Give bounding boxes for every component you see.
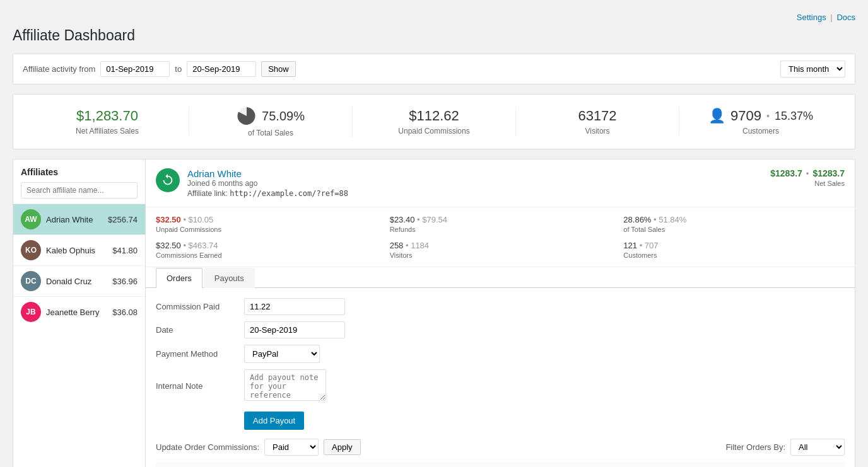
affiliates-search-input[interactable]: [21, 182, 138, 199]
update-status-select[interactable]: Paid Unpaid Pending: [264, 439, 319, 456]
avatar: KO: [21, 240, 41, 260]
aff-stat-vals: $23.40 • $79.54: [390, 215, 611, 224]
stat-unpaid: $112.62 Unpaid Commissions: [353, 108, 516, 135]
stat-pie-label: of Total Sales: [202, 129, 339, 137]
aff-stat-secondary: $10.05: [189, 215, 214, 224]
commission-paid-label: Commission Paid: [156, 302, 244, 311]
affiliate-name: Jeanette Berry: [46, 308, 112, 317]
aff-stat-label: Customers: [623, 251, 845, 259]
date-from-input[interactable]: [100, 61, 170, 77]
aff-stat-vals: $32.50 • $463.74: [156, 241, 377, 250]
aff-stat-label: of Total Sales: [623, 226, 845, 233]
commission-paid-row: Commission Paid: [156, 298, 845, 315]
list-item[interactable]: JB Jeanette Berry $36.08: [13, 296, 145, 327]
aff-stat-vals: 28.86% • 51.84%: [623, 215, 845, 224]
affiliate-detail-header: Adrian White Joined 6 months ago Affilia…: [146, 159, 855, 207]
commission-paid-field: [244, 298, 345, 315]
affiliate-name: Donald Cruz: [46, 277, 112, 286]
affiliate-list: AW Adrian White $256.74 KO Kaleb Ophuis …: [13, 204, 145, 327]
affiliate-amount: $36.96: [112, 277, 138, 286]
stat-pie-value: 75.09%: [262, 109, 305, 124]
aff-stat-secondary: 1184: [411, 241, 429, 250]
affiliate-amount: $256.74: [108, 215, 138, 224]
tab-content: Commission Paid Date Payment Method: [146, 288, 855, 467]
stat-net-sales-label: Net Affiliates Sales: [38, 127, 176, 135]
avatar: AW: [21, 209, 41, 229]
apply-button[interactable]: Apply: [324, 439, 361, 455]
tab-orders[interactable]: Orders: [156, 268, 202, 288]
stat-customers: 👤 9709 • 15.37% Customers: [679, 108, 842, 135]
payment-method-label: Payment Method: [156, 349, 244, 359]
affiliates-panel: Affiliates AW Adrian White $256.74 KO Ka…: [13, 159, 146, 467]
filter-orders-right: Filter Orders By: All Paid Unpaid Pendin…: [725, 439, 845, 456]
stats-bar: $1,283.70 Net Affiliates Sales 75.09% of…: [13, 94, 855, 149]
date-to-input[interactable]: [187, 61, 256, 77]
aff-stat-primary: 121: [623, 241, 637, 250]
aff-stat-3: $32.50 • $463.74 Commissions Earned: [156, 241, 377, 259]
affiliate-detail-name[interactable]: Adrian White: [187, 168, 242, 179]
affiliate-amount: $41.80: [112, 246, 138, 255]
internal-note-row: Internal Note: [156, 369, 845, 403]
list-item[interactable]: AW Adrian White $256.74: [13, 204, 145, 234]
filter-bar: Affiliate activity from to Show This mon…: [13, 54, 855, 84]
add-payout-button[interactable]: Add Payout: [244, 412, 304, 430]
stat-pie-inline: 75.09%: [202, 106, 339, 126]
col-date: Date: [156, 462, 267, 467]
filter-orders-select[interactable]: All Paid Unpaid Pending: [790, 439, 845, 456]
filter-label: Affiliate activity from: [23, 64, 95, 74]
date-label: Date: [156, 325, 244, 335]
order-commissions-row: Update Order Commissions: Paid Unpaid Pe…: [156, 439, 845, 456]
col-checkbox: [267, 462, 307, 467]
col-order-status: Order Status: [730, 462, 845, 467]
aff-stat-label: Commissions Earned: [156, 251, 377, 259]
period-select[interactable]: This month Last month This year Custom: [780, 61, 845, 78]
stat-customers-separator: •: [766, 111, 770, 121]
page-title: Affiliate Dashboard: [13, 27, 855, 44]
update-commissions-label: Update Order Commissions:: [156, 442, 259, 452]
payment-method-select[interactable]: PayPal Check Bank Transfer: [244, 345, 320, 363]
affiliate-name: Adrian White: [46, 215, 108, 224]
internal-note-textarea[interactable]: [244, 369, 326, 401]
affiliates-header: Affiliates: [13, 159, 145, 204]
affiliate-stats-grid: $32.50 • $10.05 Unpaid Commissions $23.4…: [146, 207, 855, 267]
aff-stat-4: 258 • 1184 Visitors: [390, 241, 611, 259]
affiliate-info: Adrian White Joined 6 months ago Affilia…: [187, 168, 348, 198]
tab-payouts[interactable]: Payouts: [204, 268, 255, 288]
aff-stat-primary: 28.86%: [623, 215, 651, 224]
net-sales-label: Net Sales: [770, 180, 845, 187]
aff-stat-vals: 258 • 1184: [390, 241, 611, 250]
stat-visitors-label: Visitors: [529, 127, 666, 135]
filter-bar-left: Affiliate activity from to Show: [23, 61, 296, 77]
col-commission: Commission: [451, 462, 565, 467]
col-commission-status: Commission Status: [565, 462, 730, 467]
filter-orders-label: Filter Orders By:: [725, 442, 785, 452]
avatar: JB: [21, 302, 41, 322]
aff-stat-vals: $32.50 • $10.05: [156, 215, 377, 224]
affiliate-joined: Joined 6 months ago: [187, 179, 348, 188]
stat-net-sales: $1,283.70 Net Affiliates Sales: [26, 108, 189, 135]
list-item[interactable]: DC Donald Cruz $36.96: [13, 265, 145, 296]
top-links-separator: |: [830, 13, 832, 22]
aff-stat-5: 121 • 707 Customers: [623, 241, 845, 259]
stat-customers-inline: 👤 9709 • 15.37%: [692, 108, 830, 124]
aff-stat-secondary: 51.84%: [659, 215, 686, 224]
aff-stat-vals: 121 • 707: [623, 241, 845, 250]
list-item[interactable]: KO Kaleb Ophuis $41.80: [13, 234, 145, 265]
net-sales-dot: •: [806, 169, 809, 178]
show-button[interactable]: Show: [261, 61, 296, 77]
affiliate-header-left: Adrian White Joined 6 months ago Affilia…: [156, 168, 348, 198]
affiliate-name: Kaleb Ophuis: [46, 246, 112, 255]
stat-unpaid-value: $112.62: [365, 108, 503, 124]
net-sales-val2: $1283.7: [812, 168, 845, 178]
net-sales-val1: $1283.7: [770, 168, 802, 178]
stat-visitors: 63172 Visitors: [516, 108, 679, 135]
tabs-bar: Orders Payouts: [146, 267, 855, 288]
col-order: Order: [306, 462, 370, 467]
affiliate-link-row: Affiliate link: http://example.com/?ref=…: [187, 189, 348, 198]
aff-stat-primary: 258: [390, 241, 404, 250]
docs-link[interactable]: Docs: [836, 13, 855, 22]
settings-link[interactable]: Settings: [797, 13, 826, 22]
date-input[interactable]: [244, 321, 345, 338]
affiliates-title: Affiliates: [21, 167, 138, 177]
commission-paid-input[interactable]: [244, 298, 345, 315]
